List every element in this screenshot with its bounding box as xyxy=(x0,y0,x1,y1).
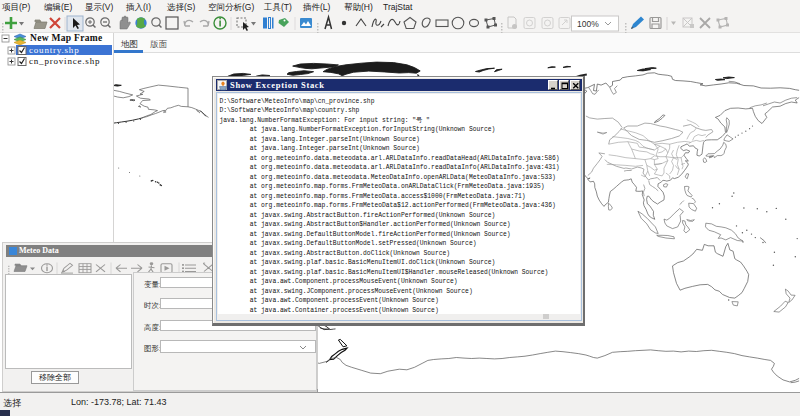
svg-text:100%: 100% xyxy=(577,19,599,29)
